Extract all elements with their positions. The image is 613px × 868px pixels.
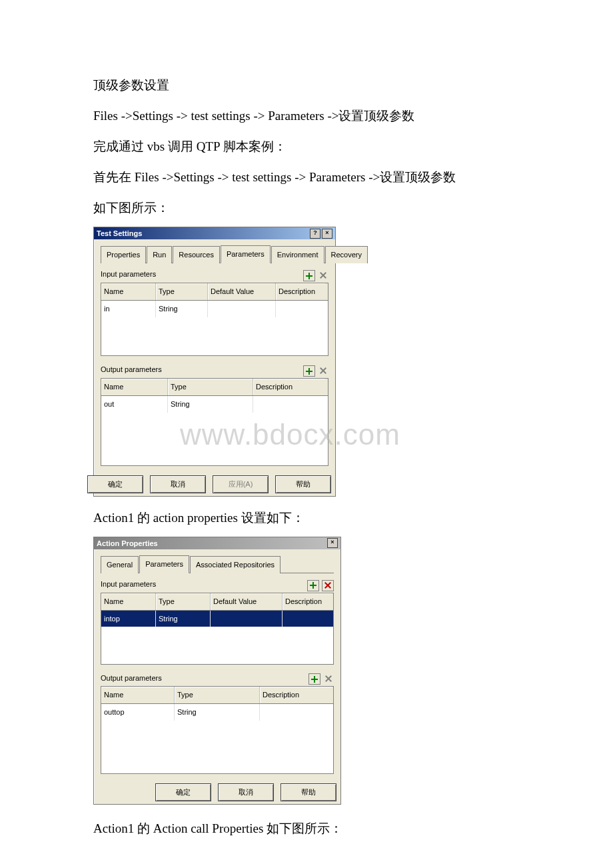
cell-desc[interactable] <box>260 704 332 721</box>
col-default-value[interactable]: Default Value <box>208 283 276 300</box>
output-parameters-label: Output parameters <box>101 671 162 685</box>
cell-desc[interactable] <box>253 396 325 413</box>
input-parameters-label: Input parameters <box>101 577 156 591</box>
close-icon[interactable]: × <box>327 538 338 548</box>
grid-header: Name Type Default Value Description <box>101 593 333 611</box>
add-output-param-button[interactable] <box>303 365 315 377</box>
grid-header: Name Type Description <box>101 687 333 704</box>
dialog-body: Properties Run Resources Parameters Envi… <box>94 239 335 469</box>
doc-paragraph: 顶级参数设置 <box>93 73 520 97</box>
col-name[interactable]: Name <box>101 687 175 703</box>
cancel-button[interactable]: 取消 <box>150 475 206 493</box>
cell-type[interactable]: String <box>156 611 211 627</box>
cell-type[interactable]: String <box>175 704 260 721</box>
doc-paragraph: 首先在 Files ->Settings -> test settings ->… <box>93 165 520 189</box>
ok-button[interactable]: 确定 <box>87 475 143 493</box>
cell-name[interactable]: outtop <box>101 704 175 721</box>
add-input-param-button[interactable] <box>303 270 315 281</box>
plus-icon <box>306 273 312 279</box>
tab-environment[interactable]: Environment <box>271 246 324 263</box>
cell-default[interactable] <box>208 301 276 317</box>
tab-recovery[interactable]: Recovery <box>325 246 368 263</box>
dialog-buttons: 确定 取消 帮助 <box>94 778 340 804</box>
tab-associated-repositories[interactable]: Associated Repositories <box>190 556 281 573</box>
col-type[interactable]: Type <box>175 687 260 703</box>
output-parameters-label: Output parameters <box>101 363 162 377</box>
tab-parameters[interactable]: Parameters <box>221 245 271 263</box>
remove-output-param-button[interactable] <box>318 365 328 375</box>
apply-button[interactable]: 应用(A) <box>213 475 269 493</box>
add-output-param-button[interactable] <box>308 673 320 685</box>
x-icon <box>324 582 331 589</box>
col-default-value[interactable]: Default Value <box>211 593 283 610</box>
cell-type[interactable]: String <box>156 301 208 317</box>
output-parameters-grid[interactable]: Name Type Description outtop String <box>101 686 334 774</box>
table-row[interactable]: out String <box>101 396 328 413</box>
table-row[interactable]: intop String <box>101 611 333 627</box>
output-parameters-header: Output parameters <box>101 671 334 685</box>
doc-paragraph: Action1 的 Action call Properties 如下图所示： <box>93 817 520 841</box>
input-parameters-label: Input parameters <box>101 267 156 281</box>
dialog-buttons: 确定 取消 应用(A) 帮助 <box>94 470 335 496</box>
tab-properties[interactable]: Properties <box>101 246 146 263</box>
add-input-param-button[interactable] <box>307 580 319 591</box>
tab-general[interactable]: General <box>101 556 139 573</box>
cell-name[interactable]: out <box>101 396 168 413</box>
output-parameters-grid[interactable]: Name Type Description out String <box>101 378 328 466</box>
col-type[interactable]: Type <box>156 283 208 300</box>
tabs: General Parameters Associated Repositori… <box>101 555 334 573</box>
col-name[interactable]: Name <box>101 593 156 610</box>
plus-icon <box>310 582 316 589</box>
col-description[interactable]: Description <box>253 379 325 395</box>
tab-parameters[interactable]: Parameters <box>139 555 189 573</box>
col-type[interactable]: Type <box>156 593 211 610</box>
x-icon <box>320 367 326 374</box>
action-properties-dialog: Action Properties × General Parameters A… <box>93 537 341 805</box>
cell-type[interactable]: String <box>168 396 253 413</box>
close-icon[interactable]: × <box>322 229 332 239</box>
help-button[interactable]: 帮助 <box>281 783 336 801</box>
remove-input-param-button[interactable] <box>318 270 328 280</box>
col-description[interactable]: Description <box>276 283 325 300</box>
col-name[interactable]: Name <box>101 283 156 300</box>
cell-name[interactable]: intop <box>101 611 156 627</box>
cell-name[interactable]: in <box>101 301 156 317</box>
cancel-button[interactable]: 取消 <box>218 783 274 801</box>
dialog-title-text: Action Properties <box>97 537 158 549</box>
input-parameters-header: Input parameters <box>101 267 328 281</box>
document-page: 顶级参数设置 Files ->Settings -> test settings… <box>0 0 613 868</box>
col-name[interactable]: Name <box>101 379 168 395</box>
help-icon[interactable]: ? <box>310 229 320 239</box>
output-parameters-header: Output parameters <box>101 363 328 377</box>
ok-button[interactable]: 确定 <box>155 783 211 801</box>
remove-input-param-button[interactable] <box>322 580 334 591</box>
dialog-title-bar[interactable]: Action Properties × <box>94 537 340 549</box>
input-parameters-grid[interactable]: Name Type Default Value Description in S… <box>101 283 328 356</box>
dialog-title-bar[interactable]: Test Settings ? × <box>94 227 335 239</box>
input-parameters-header: Input parameters <box>101 577 334 591</box>
doc-paragraph: Action1 的 action properties 设置如下： <box>93 506 520 530</box>
tab-resources[interactable]: Resources <box>173 246 220 263</box>
cell-desc[interactable] <box>283 611 332 627</box>
table-row[interactable]: in String <box>101 301 328 317</box>
help-button[interactable]: 帮助 <box>275 475 331 493</box>
x-icon <box>320 272 326 279</box>
input-parameters-grid[interactable]: Name Type Default Value Description into… <box>101 593 334 665</box>
remove-output-param-button[interactable] <box>323 673 334 683</box>
test-settings-dialog: Test Settings ? × Properties Run Resourc… <box>93 227 336 496</box>
cell-default[interactable] <box>211 611 283 627</box>
tabs: Properties Run Resources Parameters Envi… <box>101 245 328 263</box>
cell-desc[interactable] <box>276 301 325 317</box>
dialog-body: General Parameters Associated Repositori… <box>94 549 340 778</box>
dialog-title-text: Test Settings <box>97 227 142 239</box>
title-controls: ? × <box>310 229 332 239</box>
col-type[interactable]: Type <box>168 379 253 395</box>
title-controls: × <box>327 538 338 548</box>
grid-header: Name Type Default Value Description <box>101 283 328 301</box>
tab-run[interactable]: Run <box>147 246 172 263</box>
col-description[interactable]: Description <box>260 687 332 703</box>
col-description[interactable]: Description <box>283 593 332 610</box>
doc-paragraph: Files ->Settings -> test settings -> Par… <box>93 104 520 128</box>
table-row[interactable]: outtop String <box>101 704 333 721</box>
grid-header: Name Type Description <box>101 379 328 396</box>
